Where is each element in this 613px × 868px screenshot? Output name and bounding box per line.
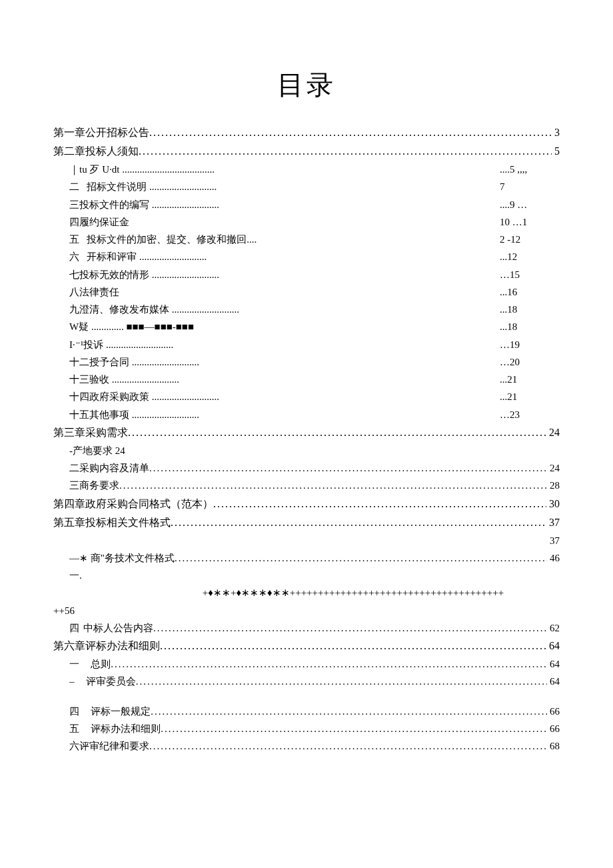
toc-page: 28 <box>547 477 560 494</box>
toc-dots <box>171 513 546 532</box>
c2-sub-1: ｜tu 歹 U·dt .............................… <box>53 161 486 178</box>
toc-label: 一. <box>69 570 82 581</box>
toc-num: 六 <box>69 251 79 262</box>
c2-right-page: ...16 <box>500 283 560 301</box>
toc-page: 62 <box>547 619 560 637</box>
toc-label: —∗ 商"务技术文件格式 <box>69 549 175 567</box>
c2-sub-item: 十三验收 ........................... <box>53 371 486 388</box>
toc-dots-short: ........................... <box>152 199 219 210</box>
toc-label: 四履约保证金 <box>69 217 129 227</box>
c2-right-page: ...18 <box>500 301 560 318</box>
c2-right-page: 2 -12 <box>500 231 560 248</box>
c5-sub-3: ++56 <box>53 602 560 619</box>
c2-sub-item: W疑 ............. ■■■—■■■-■■■ <box>53 318 486 335</box>
toc-page: 64 <box>546 637 560 655</box>
c2-sub-item: 四履约保证金 <box>53 213 486 231</box>
toc-chapter-2: 第二章投标人须知 5 <box>53 142 560 161</box>
c2-right-page: 7 <box>500 178 560 195</box>
c2-right-page: …19 <box>500 336 560 353</box>
toc-label: 九澄清、修改发布媒体 <box>69 304 169 315</box>
toc-label: 总则 <box>79 655 111 673</box>
toc-dots-short: ........................... <box>132 409 199 420</box>
c2-right-page: ....5 ,,,, <box>500 161 560 178</box>
toc-num: 二 <box>69 181 79 192</box>
toc-dots <box>119 477 547 494</box>
toc-label: 中标人公告内容 <box>79 619 153 637</box>
toc-label: 十二授予合同 <box>69 357 129 367</box>
c2-right-page: ...12 <box>500 248 560 265</box>
toc-num: 四 <box>69 619 79 637</box>
toc-label: 七投标无效的情形 <box>69 269 149 280</box>
c3-sub-2: 二采购内容及清单 24 <box>53 459 560 477</box>
c2-sub-item: 六 开标和评审 ........................... <box>53 248 486 265</box>
toc-label: 八法律责任 <box>69 287 119 297</box>
toc-label: 第二章投标人须知 <box>53 142 139 161</box>
toc-label: 评标一般规定 <box>79 703 151 720</box>
c5-sub-2: 一. <box>53 567 560 584</box>
toc-dots <box>111 655 547 673</box>
toc-dots <box>175 549 547 567</box>
toc-page: 24 <box>546 423 560 442</box>
toc-label: 评审委员会 <box>75 673 136 690</box>
toc-dots-short: ........................... <box>106 339 173 350</box>
toc-page: 46 <box>547 549 560 567</box>
toc-num: 五 <box>69 234 79 245</box>
toc-dots <box>128 423 546 442</box>
toc-label: 十三验收 <box>69 374 109 385</box>
toc-dots-short: ........................... <box>152 391 219 402</box>
c2-sub-item: 二 招标文件说明 ........................... <box>53 178 486 195</box>
toc-label: 二采购内容及清单 <box>69 459 149 477</box>
c5-sub-4: 四 中标人公告内容 62 <box>53 619 560 637</box>
toc-label: 第五章投标相关文件格式 <box>53 513 171 532</box>
toc-page: 24 <box>547 459 560 477</box>
c2-sub-item: 十五其他事项 ........................... <box>53 406 486 423</box>
toc-page: 66 <box>547 720 560 737</box>
toc-dots-short: ........................... <box>139 251 207 262</box>
toc-dots-short: ........................... <box>172 304 239 315</box>
toc-label: 第一章公开招标公告 <box>53 123 149 142</box>
toc-dots <box>139 142 552 161</box>
c2-sub-item: 九澄清、修改发布媒体 ........................... <box>53 301 486 318</box>
toc-chapter-6: 第六章评标办法和细则 64 <box>53 637 560 655</box>
toc-label: 三投标文件的编写 <box>69 199 149 210</box>
toc-label: 开标和评审 <box>87 251 137 262</box>
toc-label: 三商务要求 <box>69 477 119 494</box>
chapter-2-subsections: ｜tu 歹 U·dt .............................… <box>53 161 560 423</box>
toc-label: 十五其他事项 <box>69 409 129 420</box>
toc-dots-short: ........................... <box>112 374 179 385</box>
toc-num: 五 <box>69 720 79 737</box>
c5-sub-1: —∗ 商"务技术文件格式 46 <box>53 549 560 567</box>
toc-page: 3 <box>552 123 560 142</box>
toc-label: ｜tu 歹 U·dt <box>69 164 119 175</box>
c2-sub-item: 十四政府采购政策 ........................... <box>53 388 486 405</box>
toc-label: 六评审纪律和要求 <box>69 737 149 755</box>
toc-chapter-5: 第五章投标相关文件格式 37 <box>53 513 560 532</box>
c2-sub-item: 十二授予合同 ........................... <box>53 353 486 371</box>
toc-page: 64 <box>547 655 560 673</box>
toc-dots <box>149 123 552 142</box>
toc-dots <box>160 637 546 655</box>
c6-sub-item: – 评审委员会64 <box>53 673 560 690</box>
toc-dots <box>151 703 547 720</box>
c6-sub-item: 五 评标办法和细则66 <box>53 720 560 737</box>
toc-label: 第六章评标办法和细则 <box>53 637 160 655</box>
toc-label: I·⁻¹投诉 <box>69 339 103 350</box>
toc-dots <box>149 737 547 755</box>
c2-sub-item: 七投标无效的情形 ........................... <box>53 266 486 283</box>
toc-page: 68 <box>547 737 560 755</box>
toc-page: 30 <box>546 495 560 513</box>
c2-right-page: ...21 <box>500 388 560 405</box>
toc-label: ++56 <box>53 605 75 616</box>
toc-dots <box>153 619 547 637</box>
toc-label: 第三章采购需求 <box>53 423 128 442</box>
toc-dots <box>213 495 546 513</box>
c5-right-37: 37 <box>53 532 560 549</box>
c2-right-page: ....9 … <box>500 196 560 213</box>
toc-chapter-1: 第一章公开招标公告 3 <box>53 123 560 142</box>
c2-right-page: ...21 <box>500 371 560 388</box>
toc-num: 一 <box>69 655 79 673</box>
c2-right-page: 10 …1 <box>500 213 560 231</box>
toc-label: 第四章政府采购合同格式（范本） <box>53 495 213 513</box>
c6-sub-item: 六评审纪律和要求68 <box>53 737 560 755</box>
c2-sub-item: 八法律责任 <box>53 283 486 301</box>
